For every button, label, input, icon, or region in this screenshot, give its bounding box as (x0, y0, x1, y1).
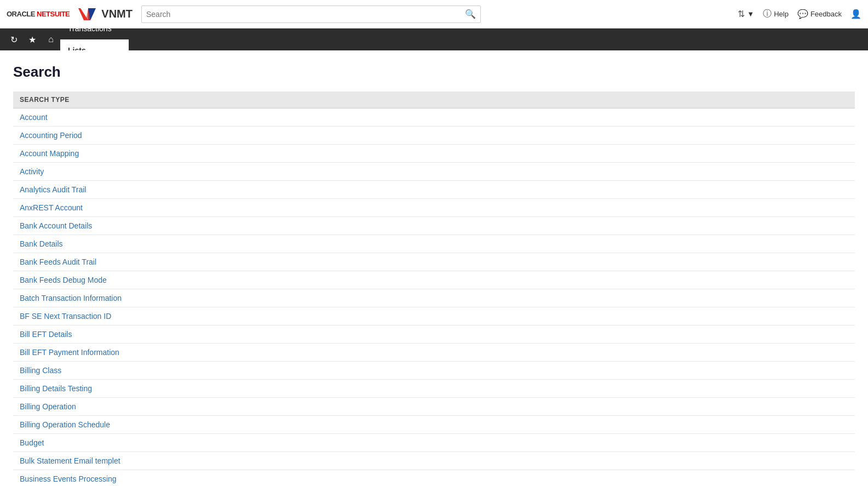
help-icon: ⓘ (763, 8, 772, 20)
search-type-link[interactable]: Account (20, 113, 48, 122)
import-export-icon: ⇅ (738, 9, 745, 19)
global-search-bar[interactable]: 🔍 (141, 5, 481, 23)
page-content: Search SEARCH TYPE AccountAccounting Per… (0, 50, 868, 486)
user-avatar[interactable]: 👤 (850, 9, 861, 19)
feedback-label: Feedback (810, 10, 842, 18)
table-row: Activity (13, 163, 855, 181)
nav-item-transactions[interactable]: Transactions (60, 28, 129, 39)
table-row: Account (13, 108, 855, 127)
search-type-link[interactable]: Bill EFT Payment Information (20, 348, 119, 357)
avatar-icon: 👤 (850, 9, 861, 19)
search-type-link[interactable]: Billing Operation Schedule (20, 420, 110, 429)
search-type-link[interactable]: Batch Transaction Information (20, 294, 122, 302)
import-export-arrow: ▼ (747, 10, 754, 18)
feedback-button[interactable]: 💬 Feedback (797, 9, 842, 19)
table-row: Bank Details (13, 235, 855, 253)
table-row: Bank Feeds Audit Trail (13, 253, 855, 271)
search-type-link[interactable]: Bank Details (20, 239, 63, 248)
table-row: Business Events Processing (13, 470, 855, 487)
search-type-link[interactable]: Bank Feeds Debug Mode (20, 276, 107, 284)
table-row: Budget (13, 434, 855, 452)
nav-item-lists[interactable]: Lists (60, 39, 129, 50)
search-type-link[interactable]: Budget (20, 438, 44, 447)
vnmt-logo: VNMT (78, 6, 133, 22)
table-row: Bank Account Details (13, 217, 855, 235)
table-row: Bank Feeds Debug Mode (13, 271, 855, 289)
search-input[interactable] (146, 10, 465, 19)
search-type-header: SEARCH TYPE (13, 92, 855, 108)
table-row: Billing Details Testing (13, 380, 855, 398)
nav-refresh-button[interactable]: ↻ (4, 30, 23, 49)
oracle-netsuite-logo: ORACLE NETSUITE (7, 10, 70, 18)
table-row: BF SE Next Transaction ID (13, 307, 855, 325)
search-type-table: SEARCH TYPE AccountAccounting PeriodAcco… (13, 92, 855, 486)
feedback-icon: 💬 (797, 9, 808, 19)
page-title: Search (13, 64, 855, 81)
table-header-row: SEARCH TYPE (13, 92, 855, 108)
search-type-link[interactable]: Bank Feeds Audit Trail (20, 258, 96, 266)
table-row: Batch Transaction Information (13, 289, 855, 307)
import-export-button[interactable]: ⇅ ▼ (738, 9, 754, 19)
table-row: AnxREST Account (13, 199, 855, 217)
table-row: Accounting Period (13, 127, 855, 145)
table-row: Analytics Audit Trail (13, 181, 855, 199)
search-type-link[interactable]: Bill EFT Details (20, 330, 72, 339)
table-row: Bill EFT Payment Information (13, 344, 855, 362)
search-type-link[interactable]: AnxREST Account (20, 203, 83, 212)
table-row: Bulk Statement Email templet (13, 452, 855, 470)
nav-bar: ↻ ★ ⌂ ActivitiesPaymentsVNMTPurchase Tab… (0, 28, 868, 50)
search-type-link[interactable]: Bulk Statement Email templet (20, 456, 120, 465)
search-type-link[interactable]: Billing Class (20, 366, 61, 375)
nav-home-button[interactable]: ⌂ (42, 30, 60, 49)
top-bar: ORACLE NETSUITE VNMT 🔍 ⇅ ▼ ⓘ Help 💬 Feed… (0, 0, 868, 28)
search-type-link[interactable]: Business Events Processing (20, 474, 117, 483)
table-row: Billing Operation (13, 398, 855, 416)
search-type-link[interactable]: BF SE Next Transaction ID (20, 312, 111, 321)
search-type-link[interactable]: Bank Account Details (20, 221, 92, 230)
search-type-link[interactable]: Billing Operation (20, 402, 76, 411)
table-row: Bill EFT Details (13, 325, 855, 344)
table-row: Billing Class (13, 362, 855, 380)
search-type-link[interactable]: Accounting Period (20, 131, 82, 140)
help-button[interactable]: ⓘ Help (763, 8, 789, 20)
top-right-controls: ⇅ ▼ ⓘ Help 💬 Feedback 👤 (738, 8, 861, 20)
search-button[interactable]: 🔍 (465, 9, 476, 19)
table-row: Account Mapping (13, 145, 855, 163)
search-type-link[interactable]: Activity (20, 167, 44, 176)
search-type-link[interactable]: Account Mapping (20, 149, 79, 158)
search-type-link[interactable]: Billing Details Testing (20, 384, 92, 393)
nav-favorites-button[interactable]: ★ (23, 30, 42, 49)
table-row: Billing Operation Schedule (13, 416, 855, 434)
help-label: Help (774, 10, 789, 18)
search-type-link[interactable]: Analytics Audit Trail (20, 185, 86, 194)
